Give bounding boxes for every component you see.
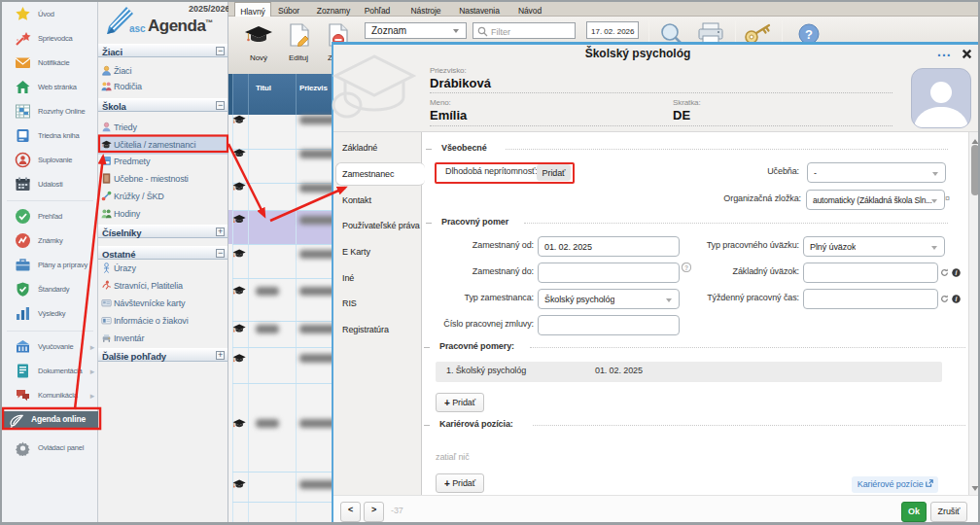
- svg-text:i: i: [956, 269, 958, 276]
- svg-text:i: i: [956, 296, 958, 302]
- svg-text:?: ?: [805, 27, 813, 42]
